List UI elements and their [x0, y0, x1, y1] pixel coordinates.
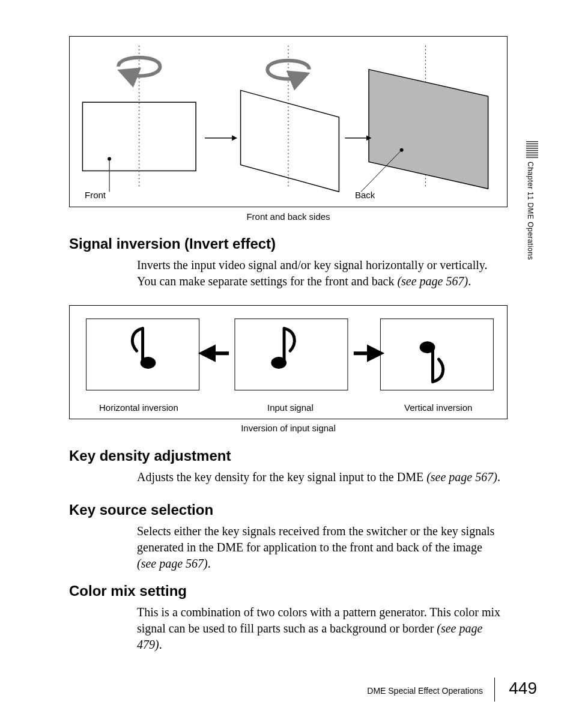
figure-inversion-vlabel: Vertical inversion: [404, 402, 472, 413]
body-key-source: Selects either the key signals received …: [137, 523, 503, 572]
figure-front-label: Front: [85, 190, 106, 200]
heading-signal-inversion: Signal inversion (Invert effect): [69, 235, 276, 252]
figure-front-back: [69, 36, 508, 207]
heading-key-density: Key density adjustment: [69, 447, 231, 464]
side-tab-lines-icon: [526, 141, 538, 158]
body-key-density: Adjusts the key density for the key sign…: [137, 469, 503, 485]
svg-point-16: [141, 357, 156, 369]
body-signal-inversion: Inverts the input video signal and/or ke…: [137, 257, 503, 290]
footer-section-name: DME Special Effect Operations: [367, 686, 483, 696]
side-tab-label: Chapter 11 DME Operations: [526, 162, 535, 260]
figure-front-back-caption: Front and back sides: [69, 211, 508, 222]
svg-point-17: [420, 341, 435, 353]
svg-rect-13: [235, 319, 348, 390]
footer-divider: [494, 678, 495, 702]
svg-point-15: [271, 357, 286, 369]
side-tab: Chapter 11 DME Operations: [526, 141, 538, 273]
footer-page-number: 449: [509, 679, 537, 698]
body-key-source-pre: Selects either the key signals received …: [137, 524, 494, 554]
heading-key-source: Key source selection: [69, 502, 213, 518]
heading-color-mix: Color mix setting: [69, 583, 187, 599]
body-key-density-pre: Adjusts the key density for the key sign…: [137, 470, 426, 484]
body-color-mix: This is a combination of two colors with…: [137, 604, 503, 653]
figure-back-label: Back: [355, 190, 375, 200]
figure-inversion-input-label: Input signal: [267, 402, 314, 413]
body-key-source-post: .: [208, 557, 211, 570]
body-key-density-post: .: [497, 470, 500, 484]
footer: DME Special Effect Operations 449: [0, 674, 573, 710]
figure-inversion-hlabel: Horizontal inversion: [99, 402, 178, 413]
figure-inversion-caption: Inversion of input signal: [69, 423, 508, 433]
body-color-mix-post: .: [159, 638, 162, 651]
body-key-source-ital: (see page 567): [137, 557, 208, 570]
body-signal-inversion-ital: (see page 567): [397, 275, 468, 288]
figure-inversion-svg: [70, 306, 507, 419]
svg-marker-7: [369, 70, 488, 189]
figure-front-back-svg: [70, 37, 507, 207]
body-key-density-ital: (see page 567): [426, 470, 497, 484]
body-signal-inversion-post: .: [468, 275, 471, 288]
svg-marker-6: [241, 90, 339, 192]
